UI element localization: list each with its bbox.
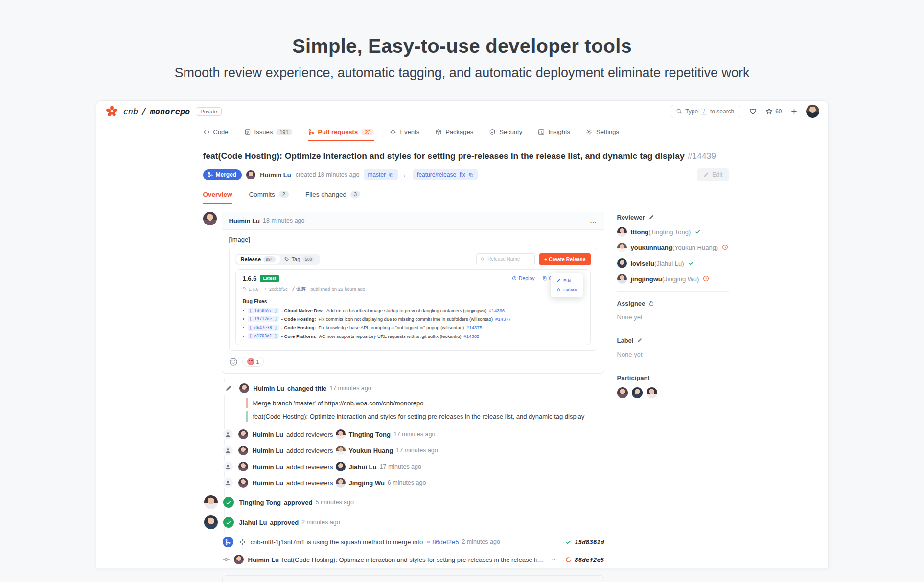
reviewer-item[interactable]: youkunhuang(Youkun Huang) [617,243,729,252]
event-reviewer-added: Huimin Lu added reviewers Tingting Tong … [203,428,604,440]
code-icon [203,129,210,135]
commit-hash[interactable]: 86def2e5 [565,556,604,563]
commit-icon [223,555,230,564]
check-icon [565,539,572,545]
segment-release[interactable]: Release 99+ [236,255,280,264]
shield-icon [489,129,496,135]
nav-tab-pull-requests[interactable]: Pull requests 23 [308,128,374,141]
comment-more-icon[interactable]: ... [590,217,597,224]
reviewer-item[interactable]: jingjingwu(Jingjing Wu) [617,274,729,284]
plus-icon[interactable] [790,108,798,115]
reaction-row: 1 [229,357,597,367]
actor-avatar[interactable] [239,383,249,393]
release-card: 1.6.6 Latest Deploy [235,269,591,346]
release-commit-meta[interactable]: 2cdcbf5c [263,286,288,291]
nav-tab-events[interactable]: Events [390,128,419,141]
reviewer-item[interactable]: loviselu(Jiahui Lu) [617,258,729,268]
chevron-down-icon[interactable] [551,557,556,562]
user-avatar[interactable] [806,105,819,118]
add-reaction-icon[interactable] [229,358,238,366]
header-actions: Type / to search 60 [671,105,819,118]
commit-hash-chip[interactable]: [ 1d5065c ] [248,308,279,313]
commit-hash-chip[interactable]: [ f9712de ] [248,316,279,322]
reviewer-avatar [617,227,627,237]
base-branch-chip[interactable]: master [364,169,398,180]
reviewer-avatar[interactable] [336,478,346,488]
heart-icon[interactable] [749,107,757,115]
reviewer-avatar[interactable] [336,462,346,471]
comment-text: [Image] [229,236,597,243]
comment-author[interactable]: Huimin Lu [229,217,260,224]
commit-link[interactable]: 86def2e5 [426,538,459,546]
nav-tab-code[interactable]: Code [203,128,229,141]
release-version[interactable]: 1.6.6 [243,275,257,282]
reaction-pill[interactable]: 1 [242,357,264,367]
participant-avatar[interactable] [617,387,628,398]
person-icon [222,477,234,489]
event-commit: Huimin Lu feat(Code Hosting): Optimize i… [203,555,604,564]
release-search-input[interactable]: Release Name [476,253,535,265]
gear-icon [586,129,593,135]
create-release-button[interactable]: + Create Release [539,253,590,265]
menu-edit[interactable]: Edit [551,276,582,285]
lock-icon [648,300,654,306]
commit-message[interactable]: feat(Code Hosting): Optimize interaction… [282,556,546,563]
pr-link[interactable]: #14377 [495,316,511,322]
approver-avatar[interactable] [204,495,218,509]
package-icon [435,129,442,135]
pencil-icon[interactable] [637,337,643,343]
commit-hash-chip[interactable]: [ a1703d1 ] [248,333,279,339]
compare-branch-chip[interactable]: feature/release_fix [413,169,478,180]
nav-tab-packages[interactable]: Packages [435,128,473,141]
copy-icon[interactable] [389,172,394,178]
result-commit[interactable]: 15d8361d [565,538,604,546]
pr-link[interactable]: #14366 [489,308,505,313]
commenter-avatar[interactable] [203,212,217,225]
person-icon [222,461,234,472]
nav-tab-issues[interactable]: Issues 191 [244,128,292,141]
reviewer-item[interactable]: tttong(Tingting Tong) [617,227,729,237]
actor-avatar[interactable] [238,462,248,471]
nav-tab-insights[interactable]: Insights [538,128,570,141]
pencil-icon[interactable] [648,214,654,220]
participant-avatar[interactable] [647,387,657,398]
author-avatar[interactable] [246,170,255,179]
tab-overview[interactable]: Overview [203,191,232,204]
insights-icon [538,129,545,135]
nav-tab-settings[interactable]: Settings [586,128,619,141]
actor-avatar[interactable] [238,429,248,439]
tab-files-changed[interactable]: Files changed 3 [305,191,360,204]
copy-icon[interactable] [468,172,474,178]
release-author: 卢嘉辉 [292,286,306,292]
event-reviewer-added: Huimin Lu added reviewers Jiahui Lu 17 m… [203,461,604,472]
pr-link[interactable]: #14365 [464,334,480,339]
actor-avatar[interactable] [238,478,248,488]
star-button[interactable]: 60 [765,108,782,115]
approver-avatar[interactable] [204,515,218,529]
deploy-button[interactable]: Deploy [512,275,535,281]
reviewer-avatar[interactable] [336,429,346,439]
timeline-column: Huimin Lu 18 minutes ago ... [Image] [203,212,604,582]
commit-hash-chip[interactable]: [ db47e38 ] [248,325,279,331]
segment-tag[interactable]: Tag 500 [280,255,319,264]
org-name[interactable]: cnb [123,107,139,116]
edit-button[interactable]: Edit [697,168,729,181]
tab-commits[interactable]: Commits 2 [249,191,289,204]
app-window: cnb / monorepo Private Type / to search … [96,100,829,568]
merge-result-card: Successfully merged and closed feature/r… [203,575,604,582]
actor-avatar[interactable] [238,446,248,455]
committer-avatar[interactable] [234,555,244,564]
menu-delete[interactable]: Delete [551,285,582,294]
nav-tab-security[interactable]: Security [489,128,522,141]
reviewer-avatar[interactable] [336,446,346,455]
pr-author[interactable]: Huimin Lu [260,171,291,179]
pr-link[interactable]: #14375 [466,325,482,330]
pending-arc-icon [565,557,572,563]
new-title: feat(Code Hosting): Optimize interaction… [246,411,604,422]
pr-meta-row: Merged Huimin Lu created 18 minutes ago … [203,168,729,181]
search-input[interactable]: Type / to search [671,105,740,118]
old-title: Merge branch 'master' of https://cnb.woa… [246,398,604,408]
repo-name[interactable]: monorepo [150,107,190,116]
person-icon [222,445,234,456]
participant-avatar[interactable] [632,387,643,398]
